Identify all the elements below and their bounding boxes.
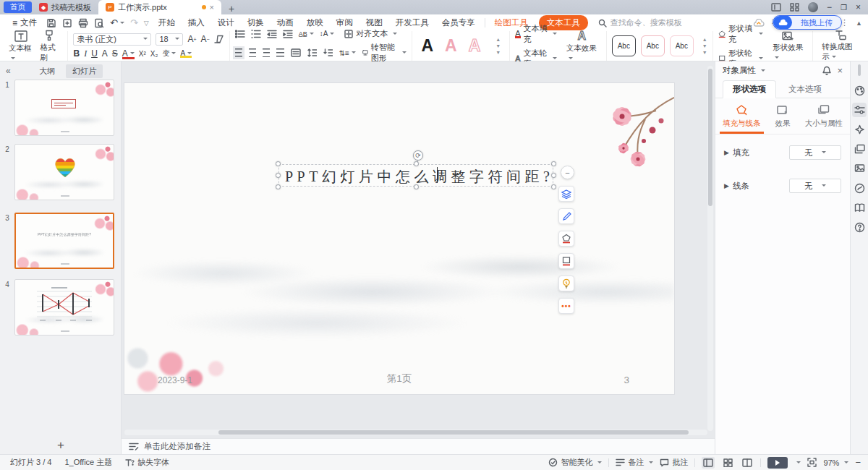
layers-button[interactable] xyxy=(558,186,574,202)
italic-button[interactable]: I xyxy=(84,48,87,59)
notes-bar[interactable]: 单击此处添加备注 xyxy=(122,438,715,454)
print-icon[interactable] xyxy=(75,18,91,28)
zoom-out-button[interactable]: − xyxy=(855,457,861,468)
animation-star-icon[interactable] xyxy=(852,122,867,137)
wordart-gallery-scroll[interactable]: ▲▼▼ xyxy=(495,37,501,55)
reading-assistant-icon[interactable] xyxy=(852,200,867,215)
subtab-effects[interactable]: 效果 xyxy=(775,104,791,134)
slide-thumb-3-selected[interactable]: 3 PPT幻灯片中怎么调整字符间距? xyxy=(0,213,122,269)
smart-beautify-button[interactable]: 智能美化 xyxy=(548,457,602,468)
increase-indent-icon[interactable] xyxy=(283,30,293,38)
menu-slideshow[interactable]: 放映 xyxy=(300,17,330,28)
shape-style-3[interactable]: Abc xyxy=(670,35,694,56)
comments-button[interactable]: 批注 xyxy=(660,457,688,468)
paragraph-space-increase-icon[interactable] xyxy=(323,48,333,57)
align-text-button[interactable]: 对齐文本 xyxy=(344,28,397,39)
shape-outline-quick-button[interactable] xyxy=(558,253,574,269)
bell-icon[interactable] xyxy=(822,66,831,75)
toolbar-collapse-icon[interactable]: ▽ xyxy=(141,20,152,27)
outline-tab[interactable]: 大纲 xyxy=(33,64,61,78)
notes-toggle-button[interactable]: 备注 xyxy=(616,457,653,468)
menu-animation[interactable]: 动画 xyxy=(271,17,300,28)
save-icon[interactable] xyxy=(43,18,59,28)
user-avatar[interactable] xyxy=(808,2,818,12)
decrease-font-icon[interactable]: A− xyxy=(201,34,210,44)
increase-font-icon[interactable]: A+ xyxy=(187,34,196,44)
convert-smart-graphic-button[interactable]: 转智能图形 xyxy=(362,42,407,64)
command-search[interactable]: 查找命令、搜索模板 xyxy=(598,17,682,28)
panel-collapse-icon[interactable]: « xyxy=(6,66,11,76)
line-options-icon[interactable]: ⇅≡ xyxy=(339,49,356,57)
reading-view-button[interactable] xyxy=(741,457,754,469)
file-menu[interactable]: ≡文件 xyxy=(6,17,43,28)
layout-switch-icon[interactable] xyxy=(771,3,781,12)
close-window-button[interactable]: × xyxy=(856,2,861,12)
menu-insert[interactable]: 插入 xyxy=(182,17,211,28)
superscript-button[interactable]: X² xyxy=(139,50,146,58)
line-value-select[interactable]: 无 xyxy=(789,179,841,193)
menu-view[interactable]: 视图 xyxy=(359,17,389,28)
format-painter-button[interactable]: 格式刷 xyxy=(36,30,62,63)
handle-w[interactable] xyxy=(276,173,281,178)
zoom-level[interactable]: 97% xyxy=(823,458,848,467)
close-panel-icon[interactable]: × xyxy=(837,65,843,76)
slides-tab[interactable]: 幻灯片 xyxy=(66,64,103,78)
line-expander-icon[interactable]: ▶ xyxy=(724,182,729,189)
text-effects-button[interactable]: A 文本效果 xyxy=(563,30,601,62)
print-preview-icon[interactable] xyxy=(91,18,107,28)
edit-pen-button[interactable] xyxy=(558,208,574,224)
export-icon[interactable] xyxy=(59,18,75,28)
fill-expander-icon[interactable]: ▶ xyxy=(724,149,729,156)
handle-sw[interactable] xyxy=(276,184,281,189)
apps-grid-icon[interactable] xyxy=(790,3,799,12)
minimize-button[interactable]: − xyxy=(827,2,832,12)
slide-thumb-2[interactable]: 2 xyxy=(0,144,122,200)
line-spacing-icon[interactable]: ↕A xyxy=(320,30,335,38)
convert-to-diagram-button[interactable]: 转换成图示 xyxy=(818,30,863,62)
justify-button[interactable] xyxy=(276,48,284,57)
shape-effects-button[interactable]: 形状效果 xyxy=(769,31,807,61)
tab-text-options[interactable]: 文本选项 xyxy=(779,81,831,98)
align-right-button[interactable] xyxy=(263,48,270,57)
handle-nw[interactable] xyxy=(276,161,281,166)
handle-s[interactable] xyxy=(414,184,419,189)
line-space-increase-icon[interactable] xyxy=(307,48,317,57)
strikethrough-button[interactable]: S xyxy=(112,48,118,59)
title-textbox-selected[interactable]: PPT幻灯片中怎么调整字符间距? xyxy=(278,164,553,187)
menu-design[interactable]: 设计 xyxy=(211,17,241,28)
resource-center-icon[interactable] xyxy=(852,181,867,195)
shape-style-1[interactable]: Abc xyxy=(612,35,636,56)
tab-document[interactable]: P 工作演示.pptx × xyxy=(98,0,221,14)
decrease-indent-icon[interactable] xyxy=(267,30,277,38)
tab-close-icon[interactable]: × xyxy=(210,3,214,12)
maximize-button[interactable]: ❐ xyxy=(841,4,847,12)
collapse-ribbon-icon[interactable]: ▲ xyxy=(856,20,862,27)
font-color-button[interactable]: A xyxy=(122,48,135,59)
slide-3-editing[interactable]: PPT幻灯片中怎么调整字符间距? ⟳ 2023-9-1 第1页 3 xyxy=(124,83,674,394)
shape-fill-button[interactable]: 形状填充 xyxy=(718,23,763,45)
change-case-button[interactable]: 变 xyxy=(162,48,176,59)
text-fill-button[interactable]: A文本填充 xyxy=(515,23,557,45)
menu-devtools[interactable]: 开发工具 xyxy=(389,17,435,28)
normal-view-button[interactable] xyxy=(702,457,715,469)
bullet-list-icon[interactable] xyxy=(235,30,245,38)
undo-icon[interactable]: ↶ xyxy=(107,17,127,28)
shape-style-2[interactable]: Abc xyxy=(641,35,665,56)
shape-style-gallery-scroll[interactable]: ▲▼▼ xyxy=(702,37,707,55)
text-direction-icon[interactable]: A̲B̲ xyxy=(299,30,314,38)
menu-review[interactable]: 审阅 xyxy=(330,17,359,28)
handle-e[interactable] xyxy=(551,173,556,178)
smart-beautify-bulb-button[interactable] xyxy=(558,275,574,291)
handle-se[interactable] xyxy=(551,184,556,189)
font-family-select[interactable]: 隶书 (正文) xyxy=(73,33,151,46)
subscript-button[interactable]: X₂ xyxy=(150,50,158,58)
theme-skin-icon[interactable] xyxy=(852,83,867,98)
home-button[interactable]: 首页 xyxy=(4,1,32,13)
wordart-style-3[interactable]: A xyxy=(469,38,481,54)
menu-member[interactable]: 会员专享 xyxy=(435,17,482,28)
slide-thumb-4[interactable]: 4 xyxy=(0,279,122,336)
bold-button[interactable]: B xyxy=(73,48,80,59)
clear-format-icon[interactable] xyxy=(214,35,224,43)
drag-upload-button[interactable]: 拖拽上传 xyxy=(773,15,842,30)
canvas-vertical-scrollbar[interactable] xyxy=(707,66,713,431)
